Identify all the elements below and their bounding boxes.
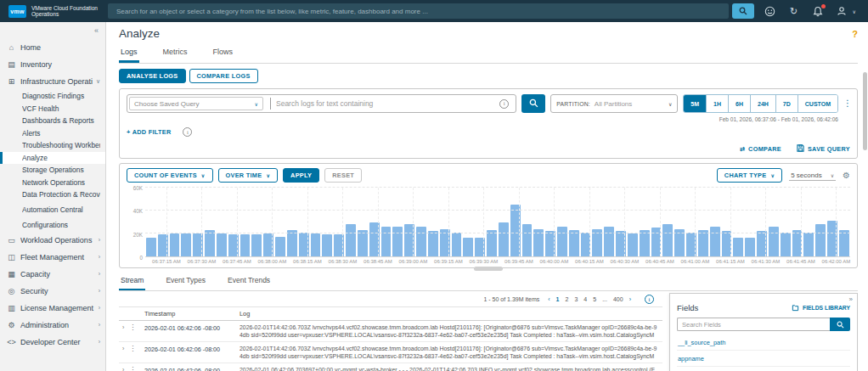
chart-bar[interactable] <box>839 230 849 256</box>
chart-bar[interactable] <box>604 227 614 256</box>
chart-bar[interactable] <box>311 233 321 256</box>
page-number[interactable]: 4 <box>583 296 587 302</box>
page-number[interactable]: 2 <box>566 296 569 302</box>
tab-logs[interactable]: Logs <box>119 46 139 63</box>
chart-bar[interactable] <box>358 230 368 256</box>
notification-bell-icon[interactable] <box>812 5 824 17</box>
chart-bar[interactable] <box>710 227 720 256</box>
row-menu-icon[interactable]: ⋮ <box>129 346 136 351</box>
vertical-scrollbar[interactable] <box>863 72 867 150</box>
reset-button[interactable]: RESET <box>324 168 362 183</box>
time-range-7d[interactable]: 7D <box>776 95 798 112</box>
sidebar-collapse-icon[interactable]: « <box>94 26 99 35</box>
fields-library-button[interactable]: FIELDS LIBRARY <box>792 304 850 312</box>
run-query-button[interactable] <box>521 94 545 113</box>
tab-flows[interactable]: Flows <box>211 46 235 63</box>
field-item-li-source-path[interactable]: __li_source_path <box>677 334 850 351</box>
sidebar-item-inventory[interactable]: ▤Inventory <box>0 56 105 73</box>
chart-bar[interactable] <box>487 230 497 256</box>
chart-type-dropdown[interactable]: CHART TYPE∨ <box>717 168 782 183</box>
chart-bar[interactable] <box>452 233 462 256</box>
chart-bar[interactable] <box>428 231 438 256</box>
chart-bar[interactable] <box>499 222 509 257</box>
help-icon[interactable]: ? <box>852 29 858 39</box>
chart-bar[interactable] <box>346 224 356 256</box>
row-expand-icon[interactable]: › <box>122 324 124 330</box>
chart-bar[interactable] <box>662 224 673 256</box>
refresh-icon[interactable]: ↻ <box>788 5 800 17</box>
fields-collapse-icon[interactable]: » <box>849 295 853 303</box>
results-tab-event-types[interactable]: Event Types <box>164 274 207 290</box>
sidebar-item-home[interactable]: ⌂Home <box>0 39 105 56</box>
sidebar-item-network-operations[interactable]: Network Operations <box>0 177 105 189</box>
time-range-custom[interactable]: CUSTOM <box>798 95 837 112</box>
page-number[interactable]: 5 <box>593 296 596 302</box>
compare-logs-button[interactable]: COMPARE LOGS <box>189 69 258 83</box>
add-filter-button[interactable]: + ADD FILTER <box>127 128 171 136</box>
chart-bar[interactable] <box>381 227 392 256</box>
page-prev-icon[interactable]: ‹ <box>548 296 550 302</box>
chart-bar[interactable] <box>251 234 262 256</box>
chart-bar[interactable] <box>205 230 215 256</box>
row-expand-icon[interactable]: › <box>122 367 124 371</box>
chart-bar[interactable] <box>769 227 779 256</box>
log-search-box[interactable]: Choose Saved Query ∨ Search logs for tex… <box>127 94 516 113</box>
partition-dropdown[interactable]: PARTITION: All Partitions ∨ <box>550 94 678 113</box>
time-range-5m[interactable]: 5M <box>684 95 707 112</box>
sidebar-item-fleet-management[interactable]: ◫Fleet Management› <box>0 249 105 266</box>
feedback-smiley-icon[interactable] <box>764 5 776 17</box>
page-number[interactable]: 400 <box>613 296 623 302</box>
saved-query-dropdown[interactable]: Choose Saved Query ∨ <box>129 97 263 110</box>
field-item-event-type[interactable]: event_type <box>677 367 850 371</box>
row-menu-icon[interactable]: ⋮ <box>129 324 136 330</box>
sidebar-item-capacity[interactable]: ▦Capacity› <box>0 266 105 283</box>
page-next-icon[interactable]: › <box>629 296 631 302</box>
fields-search-input[interactable]: Search Fields <box>677 318 830 331</box>
results-tab-stream[interactable]: Stream <box>119 274 145 290</box>
sidebar-item-alerts[interactable]: Alerts <box>0 127 105 140</box>
query-info-icon[interactable]: i <box>499 99 509 109</box>
chart-bar[interactable] <box>522 224 533 256</box>
row-menu-icon[interactable]: ⋮ <box>129 367 136 371</box>
panel-resize-handle[interactable] <box>474 267 503 271</box>
chart-bar[interactable] <box>170 233 180 256</box>
chart-bar[interactable] <box>745 238 755 256</box>
sidebar-item-data-protection-recovery[interactable]: Data Protection & Recovery <box>0 188 105 201</box>
tab-metrics[interactable]: Metrics <box>161 46 189 63</box>
sidebar-item-storage-operations[interactable]: Storage Operations <box>0 164 105 177</box>
chart-bar[interactable] <box>463 238 473 256</box>
fields-search-button[interactable] <box>830 318 850 331</box>
chart-bar[interactable] <box>569 230 579 256</box>
log-table-row[interactable]: ›⋮2026-02-01 06:42:06 -08:002026-02-01T1… <box>119 342 662 363</box>
sidebar-item-administration[interactable]: ⚙Administration› <box>0 317 105 334</box>
apply-button[interactable]: APPLY <box>283 168 319 183</box>
time-range-1h[interactable]: 1H <box>707 95 729 112</box>
sidebar-item-infrastructure-operations[interactable]: ⊞Infrastructure Operations∨ <box>0 73 105 90</box>
sidebar-item-diagnostic-findings[interactable]: Diagnostic Findings <box>0 90 105 103</box>
log-table-row[interactable]: ›⋮2026-02-01 06:42:06 -08:002026-02-01T1… <box>119 321 662 342</box>
chart-bar[interactable] <box>416 227 426 256</box>
field-item-appname[interactable]: appname <box>677 351 850 367</box>
chart-bar[interactable] <box>217 233 227 256</box>
sidebar-item-workload-operations[interactable]: ▭Workload Operations› <box>0 232 105 249</box>
sidebar-item-vcf-health[interactable]: VCF Health <box>0 103 105 115</box>
page-number[interactable]: 1 <box>556 296 560 302</box>
column-header-timestamp[interactable]: Timestamp <box>144 310 240 318</box>
sidebar-item-automation-central[interactable]: Automation Central <box>0 203 105 216</box>
user-icon[interactable] <box>836 5 848 17</box>
chart-bar[interactable] <box>628 233 638 256</box>
dimension-dropdown[interactable]: OVER TIME∨ <box>218 168 279 183</box>
chart-bar[interactable] <box>733 238 743 256</box>
sidebar-item-troubleshooting-workbench[interactable]: Troubleshooting Workbench <box>0 139 105 152</box>
sidebar-item-license-management[interactable]: ▥License Management› <box>0 300 105 317</box>
chart-bar[interactable] <box>640 230 650 256</box>
time-range-6h[interactable]: 6H <box>729 95 751 112</box>
global-search-input[interactable]: Search for an object or select a categor… <box>108 3 729 19</box>
chart-bar[interactable] <box>322 234 332 256</box>
sidebar-item-developer-center[interactable]: <>Developer Center› <box>0 334 105 351</box>
column-header-log[interactable]: Log <box>240 310 662 318</box>
global-search-button[interactable] <box>732 3 754 19</box>
analyse-logs-button[interactable]: ANALYSE LOGS <box>119 69 186 83</box>
save-query-button[interactable]: SAVE QUERY <box>797 144 850 154</box>
results-info-icon[interactable]: i <box>645 295 654 304</box>
